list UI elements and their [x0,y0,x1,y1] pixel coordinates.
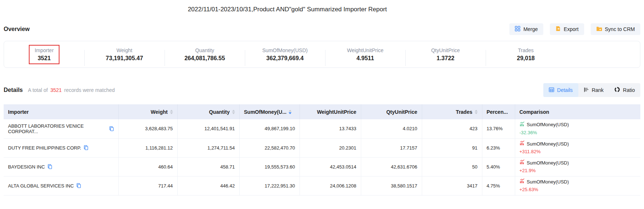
sync-to-crm-button[interactable]: Sync to CRM [591,23,640,35]
qty-unit-price-cell: 4.0210 [361,119,422,138]
importer-highlight-box: Importer 3521 [29,45,59,64]
stat-weight-unit-price: WeightUnitPrice 4.9511 [325,45,405,64]
table-row: DUTY FREE PHILIPPINES CORP. 1,116,281.12… [4,138,640,157]
details-section-bar: Details A total of3521records were match… [4,83,640,97]
table-row: ABBOTT LABORATORIES VENICE CORPORAT... 3… [4,119,640,138]
overview-heading: Overview [4,26,30,32]
weight-unit-price-cell: 42,453.0514 [300,157,361,176]
copy-icon[interactable] [84,145,88,150]
tab-details-label: Details [557,87,573,93]
column-header-weight[interactable]: Weight [118,104,177,119]
column-header-weight-unit-price: WeightUnitPrice [300,104,361,119]
stat-weight: Weight 73,191,305.47 [84,45,165,64]
importer-name: DUTY FREE PHILIPPINES CORP. [8,145,81,151]
stat-trades: Trades 29,018 [486,45,566,64]
quantity-cell: 458.71 [177,157,239,176]
trades-cell: 91 [422,138,482,157]
column-header-sum-of-money[interactable]: SumOfMoney(U... [239,104,300,119]
copy-icon[interactable] [47,164,52,169]
qty-unit-price-cell: 17.7157 [361,138,422,157]
stat-label: QtyUnitPrice [431,47,460,54]
stat-label: WeightUnitPrice [347,47,383,54]
comparison-cell: SumOfMoney(USD) +21.9% [515,157,640,176]
comparison-cell: SumOfMoney(USD) -32.36% [515,119,640,138]
overview-stats-card: Importer 3521 Weight 73,191,305.47 Quant… [4,41,640,68]
stat-value: 29,018 [517,54,535,62]
page-title: 2022/11/01-2023/10/31,Product AND"gold" … [4,0,571,13]
merge-button[interactable]: Merge [509,23,543,35]
matched-count: 3521 [50,87,62,93]
stat-label: SumOfMoney(USD) [262,47,308,54]
sort-control[interactable] [170,110,173,114]
weight-unit-price-cell: 24,006.1208 [300,176,361,195]
summary-prefix: A total of [28,87,47,93]
sort-control-active-desc[interactable] [289,110,292,114]
merge-icon [515,26,520,32]
sync-to-crm-button-label: Sync to CRM [605,26,635,32]
tab-rank-label: Rank [592,87,604,93]
sum-of-money-cell: 49,867,199.10 [239,119,300,138]
tab-rank[interactable]: Rank [578,83,609,97]
comparison-change: -32.36% [520,129,636,136]
sum-of-money-cell: 19,555,573.60 [239,157,300,176]
stat-label: Importer [35,47,54,54]
export-button-label: Export [564,26,578,32]
comparison-change: +311.82% [520,148,636,155]
weight-cell: 1,116,281.12 [118,138,177,157]
column-header-qty-unit-price: QtyUnitPrice [361,104,422,119]
view-tab-group: Details Rank Ratio [543,83,640,97]
sum-of-money-cell: 22,582,470.70 [239,138,300,157]
comparison-metric: SumOfMoney(USD) [527,121,569,128]
trades-cell: 50 [422,157,482,176]
records-summary: A total of3521records were matched [28,87,115,93]
weight-cell: 3,628,483.75 [118,119,177,138]
rank-icon [584,87,589,93]
overview-section-bar: Overview Merge Export Sync to CRM [4,23,640,35]
weight-cell: 717.44 [118,176,177,195]
copy-icon[interactable] [76,183,81,188]
quantity-cell: 1,274,711.54 [177,138,239,157]
column-header-percent: Percen... [482,104,515,119]
tab-ratio[interactable]: Ratio [609,83,640,97]
stat-value: 4.9511 [356,54,374,62]
stat-label: Weight [116,47,132,54]
comparison-change: +21.9% [520,167,636,174]
copy-icon[interactable] [109,126,114,131]
stat-value: 3521 [38,54,51,62]
summary-suffix: records were matched [64,87,115,93]
sum-of-money-cell: 17,222,951.30 [239,176,300,195]
comparison-cell: SumOfMoney(USD) +25.63% [515,176,640,195]
sort-control[interactable] [475,110,478,114]
stat-value: 362,379,669.4 [266,54,304,62]
sync-folder-icon [596,26,602,32]
weight-unit-price-cell: 13.7433 [300,119,361,138]
toolbar: Merge Export Sync to CRM [509,23,640,35]
sort-control[interactable] [232,110,235,114]
importer-name: ALTA GLOBAL SERVICES INC [8,183,74,189]
quantity-cell: 446.42 [177,176,239,195]
percent-cell: 6.23% [482,138,515,157]
column-header-importer: Importer [4,104,118,119]
trend-chart-icon [520,178,525,185]
importer-name: BAYDESIGN INC [8,164,45,170]
tab-ratio-label: Ratio [623,87,635,93]
quantity-cell: 12,401,541.91 [177,119,239,138]
weight-cell: 460.64 [118,157,177,176]
percent-cell: 5.40% [482,157,515,176]
comparison-change: +25.63% [520,186,636,193]
comparison-metric: SumOfMoney(USD) [527,141,569,147]
column-header-quantity[interactable]: Quantity [177,104,239,119]
column-header-trades[interactable]: Trades [422,104,482,119]
table-header-row: Importer Weight Quantity SumOfMoney(U...… [4,104,640,119]
trend-chart-icon [520,140,525,147]
comparison-cell: SumOfMoney(USD) +311.82% [515,138,640,157]
importer-table: Importer Weight Quantity SumOfMoney(U...… [4,104,640,196]
tab-details[interactable]: Details [543,83,578,97]
stat-sum-of-money: SumOfMoney(USD) 362,379,669.4 [245,45,325,64]
percent-cell: 4.75% [482,176,515,195]
merge-button-label: Merge [523,26,538,32]
qty-unit-price-cell: 38,580.1517 [361,176,422,195]
ratio-donut-icon [614,87,620,93]
export-button[interactable]: Export [550,23,584,35]
stat-label: Trades [518,47,533,54]
